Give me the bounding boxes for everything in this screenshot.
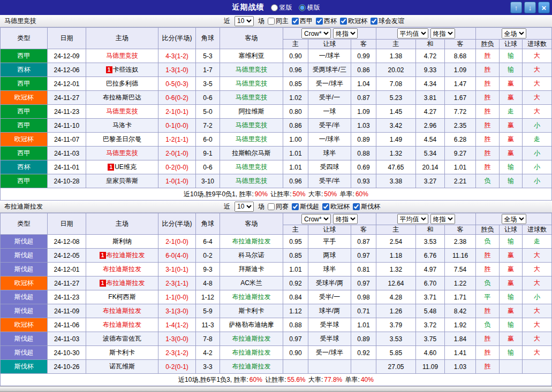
home-team-link[interactable]: 巴黎圣日尔曼 <box>103 135 141 143</box>
away-team-link[interactable]: AC米兰 <box>240 279 262 287</box>
filter-checkbox[interactable] <box>268 203 275 210</box>
filter-1[interactable]: 斯伐超 <box>292 202 319 211</box>
away-team-link[interactable]: 塞维利亚 <box>239 52 264 59</box>
away-team-link[interactable]: 马德里竞技 <box>236 66 268 73</box>
odds-time-select[interactable]: 终指 <box>333 214 358 224</box>
filter-4[interactable]: 球会友谊 <box>370 17 404 26</box>
away-team-link[interactable]: 布拉迪斯拉发 <box>232 335 271 342</box>
home-team-link[interactable]: 布拉格斯巴达 <box>103 94 141 101</box>
away-team-link[interactable]: 斯卡利卡 <box>239 307 264 314</box>
match-count-select[interactable]: 10 <box>235 202 254 212</box>
filter-3[interactable]: 斯伐杯 <box>353 202 380 211</box>
match-row: 西甲24-12-01巴拉多利德0-5(0-3)3-5马德里竞技0.85受一/球半… <box>1 77 552 91</box>
away-team-link[interactable]: 马德里竞技 <box>236 121 268 129</box>
odds-time-select[interactable]: 终指 <box>333 28 358 39</box>
away-team-link[interactable]: 布拉迪斯拉发 <box>232 349 271 356</box>
away-team-link[interactable]: 马德里竞技 <box>236 94 268 101</box>
home-team-link[interactable]: 波德布雷佐瓦 <box>103 335 141 342</box>
home-team-link[interactable]: 布拉迪斯拉发 <box>107 251 145 259</box>
away-team-link[interactable]: 马德里竞技 <box>236 80 268 87</box>
filter-3[interactable]: 欧冠杯 <box>340 17 367 26</box>
filter-2[interactable]: 欧冠杯 <box>322 202 350 211</box>
away-team-link[interactable]: 马德里竞技 <box>236 177 268 185</box>
filter-checkbox[interactable] <box>268 18 275 25</box>
period-select[interactable]: 全场 <box>502 214 526 224</box>
home-team-link[interactable]: 卡些连奴 <box>113 66 139 73</box>
score-cell: 0-5(0-3) <box>158 77 196 91</box>
home-team-link[interactable]: 巴拉多利德 <box>106 80 138 87</box>
home-cell: 马德里竞技 <box>86 49 158 63</box>
avg-source-select[interactable]: 平均值 <box>397 214 428 224</box>
period-select[interactable]: 全场 <box>502 28 526 39</box>
scroll-up-button[interactable]: ↑ <box>510 2 522 13</box>
layout-radio-horizontal-input[interactable] <box>299 4 306 11</box>
layout-radio-vertical-input[interactable] <box>271 4 278 11</box>
corners-cell: 3-10 <box>196 174 220 188</box>
home-team-link[interactable]: 布拉迪斯拉发 <box>103 265 141 273</box>
avg-away-odds: 1.47 <box>445 77 476 91</box>
home-team-link[interactable]: 马德里竞技 <box>106 107 138 115</box>
away-team-link[interactable]: 布拉迪斯拉发 <box>232 363 271 370</box>
away-cell: 布拉迪斯拉发 <box>220 290 283 304</box>
away-team-link[interactable]: 布拉迪斯拉发 <box>232 293 271 301</box>
away-team-link[interactable]: 拉斯帕尔马斯 <box>232 149 271 157</box>
filter-0[interactable]: 同赛 <box>268 202 289 211</box>
match-row: 西杯24-12-061卡些连奴1-3(1-0)1-7马德里竞技0.96受两球半/… <box>1 63 552 77</box>
handicap-odds-away: 0.97 <box>351 276 376 290</box>
home-team-link[interactable]: 斯利纳 <box>112 237 132 245</box>
layout-radio-horizontal[interactable]: 横版 <box>299 3 320 12</box>
handicap-odds-away: 0.89 <box>351 133 376 147</box>
results-table: 类型日期主场比分(半场)角球客场Crow*终指平均值终指全场主让球客主和客胜负让… <box>0 213 552 386</box>
filter-checkbox[interactable] <box>322 203 329 210</box>
away-team-link[interactable]: 萨格勒布迪纳摩 <box>229 321 274 328</box>
home-team-link[interactable]: 马德里竞技 <box>106 149 138 157</box>
home-team-link[interactable]: 斯卡利卡 <box>109 349 135 356</box>
away-team-link[interactable]: 阿拉维斯 <box>239 107 264 115</box>
away-team-link[interactable]: 布拉迪斯拉发 <box>232 237 271 245</box>
home-cell: 斯卡利卡 <box>86 346 158 360</box>
result-goals: 大 <box>523 318 552 332</box>
home-cell: 皇家贝蒂斯 <box>86 174 158 188</box>
odds-source-select[interactable]: Crow* <box>301 214 331 224</box>
avg-source-select[interactable]: 平均值 <box>397 28 428 39</box>
avg-time-select[interactable]: 终指 <box>430 28 455 39</box>
filter-2[interactable]: 西杯 <box>316 17 337 26</box>
result-goals: 大 <box>523 263 552 276</box>
scroll-down-button[interactable]: ↓ <box>524 2 536 13</box>
filter-checkbox[interactable] <box>370 18 377 25</box>
home-team-link[interactable]: UE维克 <box>115 163 137 171</box>
close-button[interactable]: × <box>538 2 550 13</box>
home-team-link[interactable]: 布拉迪斯拉发 <box>107 279 145 287</box>
home-team-link[interactable]: 诺瓦维斯 <box>109 363 135 370</box>
handicap-line: 一/球半 <box>308 49 351 63</box>
home-team-link[interactable]: 马洛卡 <box>112 121 132 129</box>
home-team-link[interactable]: 皇家贝蒂斯 <box>106 177 138 185</box>
home-team-link[interactable]: 马德里竞技 <box>106 52 138 59</box>
filter-checkbox[interactable] <box>292 203 299 210</box>
layout-radio-vertical[interactable]: 竖版 <box>271 3 292 12</box>
home-team-link[interactable]: FK柯西斯 <box>108 293 135 301</box>
filter-checkbox[interactable] <box>353 203 360 210</box>
home-team-link[interactable]: 布拉迪斯拉发 <box>103 321 141 328</box>
summary-part: 50% <box>324 190 337 198</box>
odds-source-select[interactable]: Crow* <box>301 28 331 39</box>
away-cell: 马德里竞技 <box>220 91 283 105</box>
away-team-link[interactable]: 马德里竞技 <box>236 135 268 143</box>
avg-time-select[interactable]: 终指 <box>430 214 455 224</box>
avg-draw-odds: 11.09 <box>416 360 445 374</box>
col-header-corner: 角球 <box>196 28 220 49</box>
match-row: 斯伐超24-12-01布拉迪斯拉发3-1(0-1)9-3拜斯迪卡1.01球半0.… <box>1 263 552 276</box>
match-count-select[interactable]: 10 <box>235 16 254 26</box>
home-team-link[interactable]: 布拉迪斯拉发 <box>103 307 141 314</box>
away-team-link[interactable]: 马德里竞技 <box>236 163 268 171</box>
filter-checkbox[interactable] <box>316 18 323 25</box>
score-cell: 3-1(3-0) <box>158 304 196 318</box>
filter-1[interactable]: 西甲 <box>292 17 313 26</box>
summary-part: 单率: <box>343 376 360 383</box>
avg-home-odds: 7.08 <box>376 77 416 91</box>
filter-checkbox[interactable] <box>292 18 299 25</box>
filter-0[interactable]: 同主 <box>268 17 289 26</box>
filter-checkbox[interactable] <box>340 18 347 25</box>
away-team-link[interactable]: 科马尔诺 <box>239 251 264 259</box>
away-team-link[interactable]: 拜斯迪卡 <box>239 265 264 273</box>
